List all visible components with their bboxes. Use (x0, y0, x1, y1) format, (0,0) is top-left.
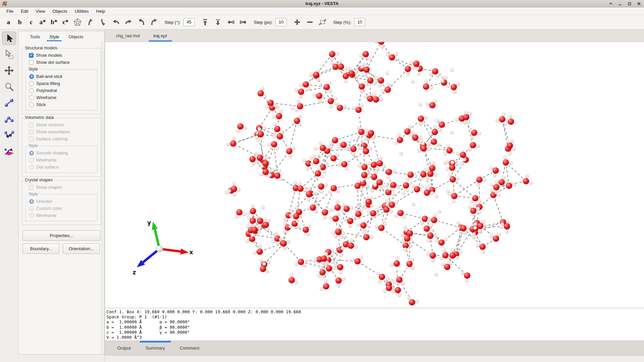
tab-comment[interactable]: Comment (172, 341, 207, 355)
molecule-viewport[interactable]: y x z (105, 42, 644, 308)
menu-edit[interactable]: Edit (17, 8, 32, 14)
radio-vol-wireframe[interactable]: Wireframe (28, 156, 95, 164)
tab-output[interactable]: Output (110, 341, 138, 355)
sidebar-scrollbar[interactable] (101, 41, 104, 354)
zoom-out-button[interactable] (304, 17, 316, 27)
dodecahedron-view-button[interactable] (72, 17, 83, 27)
radio-crystal-wireframe[interactable]: Wireframe (28, 212, 95, 219)
radio-icon (29, 74, 34, 79)
area-select-tool[interactable] (2, 48, 16, 61)
radio-dot-surface[interactable]: Dot surface (28, 164, 95, 171)
measure-dihedral-tool[interactable] (2, 128, 16, 142)
translate-right-icon (240, 18, 247, 26)
measure-distance-tool[interactable] (2, 96, 16, 109)
close-button[interactable] (637, 1, 641, 6)
checkbox-icon (29, 53, 34, 58)
checkbox-icon (29, 60, 34, 65)
main-toolbar: a b c a* b* c* (0, 15, 644, 30)
menubar: File Edit View Objects Utilities Help (0, 7, 644, 15)
radio-smooth-shading[interactable]: Smooth shading (28, 149, 95, 156)
step-pct-input[interactable]: 10 (354, 18, 365, 26)
minimize-button[interactable] (618, 1, 623, 6)
tab-traj-xyz[interactable]: traj.xyz (147, 30, 174, 42)
radio-icon (29, 95, 34, 100)
fit-view-button[interactable] (317, 17, 328, 27)
step-px-input[interactable]: 10 (275, 18, 287, 26)
checkbox-show-models[interactable]: Show models (24, 52, 99, 59)
menu-objects[interactable]: Objects (49, 8, 71, 14)
zoom-in-button[interactable] (291, 17, 303, 27)
sidebar-tabs: Tools Style Objects (18, 31, 104, 41)
radio-unicolor[interactable]: Unicolor (28, 198, 95, 205)
checkbox-show-sections[interactable]: Show sections (24, 121, 99, 128)
titlebar[interactable]: traj.xyz - VESTA (0, 0, 644, 7)
plane-tool[interactable] (2, 144, 16, 158)
select-cursor-tool[interactable] (2, 32, 16, 45)
checkbox-surface-coloring[interactable]: Surface coloring (24, 135, 99, 142)
step-deg-input[interactable]: 45 (183, 18, 195, 26)
measure-angle-tool[interactable] (2, 112, 16, 126)
radio-icon (29, 206, 34, 211)
checkbox-icon (29, 130, 34, 134)
radio-space-filling[interactable]: Space-filling (28, 80, 95, 87)
view-along-b-star-button[interactable]: b* (49, 17, 59, 27)
view-along-c-star-button[interactable]: c* (60, 17, 71, 27)
group-volumetric-data: Volumetric data Show sections Show isosu… (22, 118, 101, 177)
rotate-down-button[interactable] (97, 17, 109, 27)
status-bar (105, 355, 644, 362)
checkbox-show-isosurfaces[interactable]: Show isosurfaces (24, 128, 99, 135)
shade-window-button[interactable] (608, 1, 613, 6)
menu-view[interactable]: View (32, 8, 49, 14)
axis-x-label: x (189, 249, 193, 256)
tab-objects[interactable]: Objects (65, 33, 87, 41)
menu-file[interactable]: File (3, 8, 17, 14)
rotate-ccw-button[interactable] (136, 17, 147, 27)
checkbox-icon (29, 137, 34, 141)
translate-down-button[interactable] (212, 17, 224, 27)
view-along-a-button[interactable]: a (3, 17, 13, 27)
translate-up-button[interactable] (199, 17, 211, 27)
tab-style[interactable]: Style (46, 33, 62, 41)
step-deg-label: Step (°): (165, 20, 181, 25)
magnify-tool[interactable] (2, 80, 16, 93)
radio-polyhedral[interactable]: Polyhedral (28, 87, 95, 94)
maximize-button[interactable] (627, 1, 632, 6)
area-select-icon (4, 49, 14, 59)
zoom-in-icon (293, 18, 301, 26)
boundary-button[interactable]: Boundary... (22, 243, 59, 254)
group-title: Style (27, 143, 39, 148)
tab-summary[interactable]: Summary (138, 341, 173, 355)
measure-dihedral-icon (4, 130, 14, 140)
menu-help[interactable]: Help (92, 8, 109, 14)
tab-tools[interactable]: Tools (27, 33, 43, 41)
left-tool-strip (0, 30, 18, 362)
info-line: Conf 1. Box X: 19.660 0.000 0.000 Y: 0.0… (106, 309, 644, 314)
menu-utilities[interactable]: Utilities (71, 8, 92, 14)
rotate-up-icon (87, 18, 94, 26)
radio-icon (29, 81, 34, 86)
radio-custom-color[interactable]: Custom color (28, 205, 95, 212)
rotate-cw-button[interactable] (148, 17, 160, 27)
view-along-c-button[interactable]: c (26, 17, 36, 27)
rotate-left-button[interactable] (110, 17, 122, 27)
translate-right-button[interactable] (238, 17, 249, 27)
structure-info-panel[interactable]: Conf 1. Box X: 19.660 0.000 0.000 Y: 0.0… (105, 308, 644, 341)
rotate-up-button[interactable] (85, 17, 96, 27)
rotate-right-button[interactable] (123, 17, 134, 27)
radio-stick[interactable]: Stick (28, 101, 95, 108)
view-along-b-button[interactable]: b (15, 17, 25, 27)
properties-button[interactable]: Properties... (22, 230, 100, 241)
view-along-a-star-button[interactable]: a* (38, 17, 48, 27)
info-line: Space Group: P 1 (#1-1) (106, 314, 644, 319)
checkbox-show-shapes[interactable]: Show shapes (24, 184, 99, 191)
checkbox-show-dot-surface[interactable]: Show dot surface (24, 59, 99, 66)
radio-ball-and-stick[interactable]: Ball-and-stick (28, 73, 95, 80)
tab-chg-rad-mol[interactable]: chg_rad.mol (109, 30, 147, 42)
radio-wireframe[interactable]: Wireframe (28, 94, 95, 101)
bottom-tab-bar: Output Summary Comment (105, 341, 644, 355)
translate-tool[interactable] (2, 64, 16, 77)
orientation-button[interactable]: Orientation... (63, 243, 100, 254)
translate-left-button[interactable] (225, 17, 236, 27)
rotate-cw-icon (150, 18, 158, 26)
info-line: V = 1.0000 Å^3 (106, 335, 644, 340)
